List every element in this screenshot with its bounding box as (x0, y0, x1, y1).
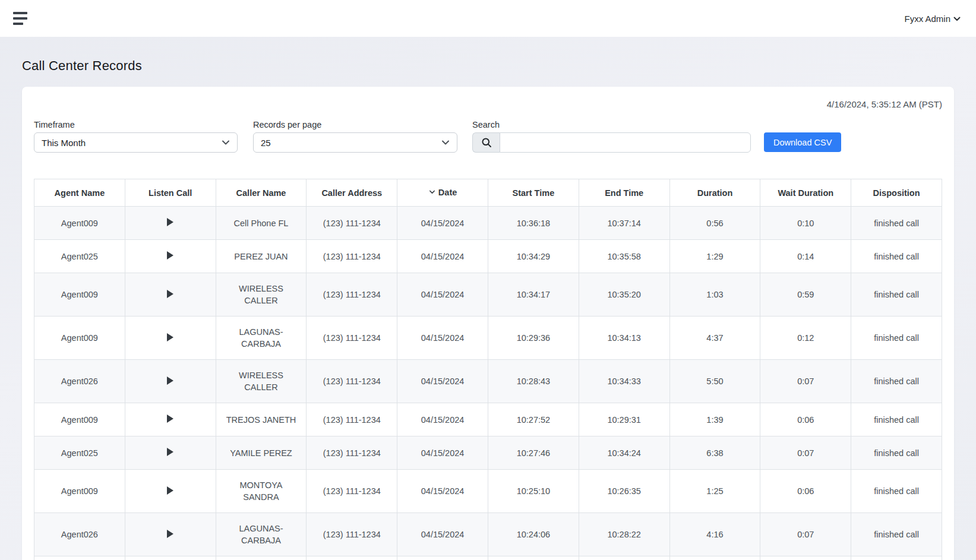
end-time-cell: 10:35:58 (579, 240, 669, 273)
column-header-date[interactable]: Date (397, 179, 488, 207)
column-header-agent-name[interactable]: Agent Name (34, 179, 125, 207)
end-time-cell: 10:28:22 (579, 513, 669, 556)
play-button[interactable] (164, 375, 176, 387)
duration-cell: 6:38 (669, 436, 760, 470)
wait-duration-cell: 0:12 (760, 317, 851, 360)
agent-name-cell: Agent009 (34, 470, 125, 513)
records-card: 4/16/2024, 5:35:12 AM (PST) Timeframe Th… (22, 87, 954, 560)
play-button[interactable] (164, 288, 176, 300)
table-row: Agent025 JUAN CARLO RUBI (123) 111-1234 … (34, 556, 942, 560)
table-row: Agent009 WIRELESS CALLER (123) 111-1234 … (34, 273, 942, 317)
wait-duration-cell: 0:07 (760, 556, 851, 560)
column-header-duration[interactable]: Duration (669, 179, 760, 207)
agent-name-cell: Agent026 (34, 360, 125, 403)
caller-name-cell: WIRELESS CALLER (216, 360, 307, 403)
caller-name-cell: JUAN CARLO RUBI (216, 556, 307, 560)
records-per-page-select[interactable]: 25 (253, 132, 457, 153)
listen-call-cell (125, 273, 216, 317)
wait-duration-cell: 0:14 (760, 240, 851, 273)
disposition-cell: finished call (851, 240, 942, 273)
play-icon (166, 333, 174, 342)
play-button[interactable] (164, 528, 176, 540)
disposition-cell: finished call (851, 436, 942, 470)
timeframe-group: Timeframe This Month (34, 120, 238, 153)
listen-call-cell (125, 317, 216, 360)
listen-call-cell (125, 240, 216, 273)
date-cell: 04/15/2024 (397, 360, 488, 403)
hamburger-menu-icon[interactable] (13, 12, 29, 25)
filter-bar: Timeframe This Month Records per page 25 (34, 120, 942, 153)
page-content: Call Center Records 4/16/2024, 5:35:12 A… (0, 58, 976, 560)
column-header-disposition[interactable]: Disposition (851, 179, 942, 207)
column-header-listen-call[interactable]: Listen Call (125, 179, 216, 207)
top-bar: Fyxx Admin (0, 0, 976, 37)
caller-name-cell: WIRELESS CALLER (216, 273, 307, 317)
date-cell: 04/15/2024 (397, 317, 488, 360)
wait-duration-cell: 0:07 (760, 436, 851, 470)
play-icon (166, 529, 174, 539)
play-button[interactable] (164, 331, 176, 343)
end-time-cell: 10:29:31 (579, 403, 669, 436)
play-icon (166, 414, 174, 423)
listen-call-cell (125, 470, 216, 513)
column-header-caller-address[interactable]: Caller Address (307, 179, 397, 207)
date-cell: 04/15/2024 (397, 436, 488, 470)
duration-cell: 5:50 (669, 360, 760, 403)
table-row: Agent025 PEREZ JUAN (123) 111-1234 04/15… (34, 240, 942, 273)
end-time-cell: 10:37:14 (579, 207, 669, 240)
duration-cell: 1:26 (669, 556, 760, 560)
search-label: Search (472, 120, 751, 129)
play-button[interactable] (164, 485, 176, 496)
duration-cell: 4:16 (669, 513, 760, 556)
play-button[interactable] (164, 446, 176, 458)
agent-name-cell: Agent025 (34, 436, 125, 470)
caller-address-cell: (123) 111-1234 (307, 273, 397, 317)
caller-name-cell: Cell Phone FL (216, 207, 307, 240)
caller-name-cell: PEREZ JUAN (216, 240, 307, 273)
date-cell: 04/15/2024 (397, 513, 488, 556)
caller-name-cell: YAMILE PEREZ (216, 436, 307, 470)
timeframe-select[interactable]: This Month (34, 132, 238, 153)
caller-name-cell: MONTOYA SANDRA (216, 470, 307, 513)
play-button[interactable] (164, 413, 176, 425)
play-button[interactable] (164, 216, 176, 228)
search-input[interactable] (500, 132, 751, 153)
table-row: Agent026 WIRELESS CALLER (123) 111-1234 … (34, 360, 942, 403)
caller-address-cell: (123) 111-1234 (307, 436, 397, 470)
play-button[interactable] (164, 249, 176, 261)
table-row: Agent025 YAMILE PEREZ (123) 111-1234 04/… (34, 436, 942, 470)
column-header-wait-duration[interactable]: Wait Duration (760, 179, 851, 207)
column-header-end-time[interactable]: End Time (579, 179, 669, 207)
start-time-cell: 10:34:29 (488, 240, 579, 273)
sort-chevron-down-icon (428, 188, 436, 196)
wait-duration-cell: 0:59 (760, 273, 851, 317)
duration-cell: 4:37 (669, 317, 760, 360)
disposition-cell: finished call (851, 403, 942, 436)
agent-name-cell: Agent009 (34, 207, 125, 240)
duration-cell: 1:39 (669, 403, 760, 436)
wait-duration-cell: 0:07 (760, 513, 851, 556)
records-per-page-label: Records per page (253, 120, 457, 129)
user-menu[interactable]: Fyxx Admin (904, 14, 961, 24)
caller-address-cell: (123) 111-1234 (307, 470, 397, 513)
current-timestamp: 4/16/2024, 5:35:12 AM (PST) (34, 99, 942, 110)
caller-address-cell: (123) 111-1234 (307, 513, 397, 556)
listen-call-cell (125, 556, 216, 560)
caller-address-cell: (123) 111-1234 (307, 317, 397, 360)
table-header-row: Agent Name Listen Call Caller Name Calle… (34, 179, 942, 207)
start-time-cell: 10:22:04 (488, 556, 579, 560)
search-group: Search (472, 120, 751, 153)
column-header-caller-name[interactable]: Caller Name (216, 179, 307, 207)
duration-cell: 0:56 (669, 207, 760, 240)
play-icon (166, 447, 174, 457)
download-csv-button[interactable]: Download CSV (764, 132, 841, 152)
column-header-start-time[interactable]: Start Time (488, 179, 579, 207)
wait-duration-cell: 0:10 (760, 207, 851, 240)
end-time-cell: 10:35:20 (579, 273, 669, 317)
wait-duration-cell: 0:06 (760, 403, 851, 436)
caller-name-cell: LAGUNAS-CARBAJA (216, 513, 307, 556)
start-time-cell: 10:25:10 (488, 470, 579, 513)
disposition-cell: finished call (851, 556, 942, 560)
caller-address-cell: (123) 111-1234 (307, 240, 397, 273)
page-title: Call Center Records (22, 58, 954, 74)
